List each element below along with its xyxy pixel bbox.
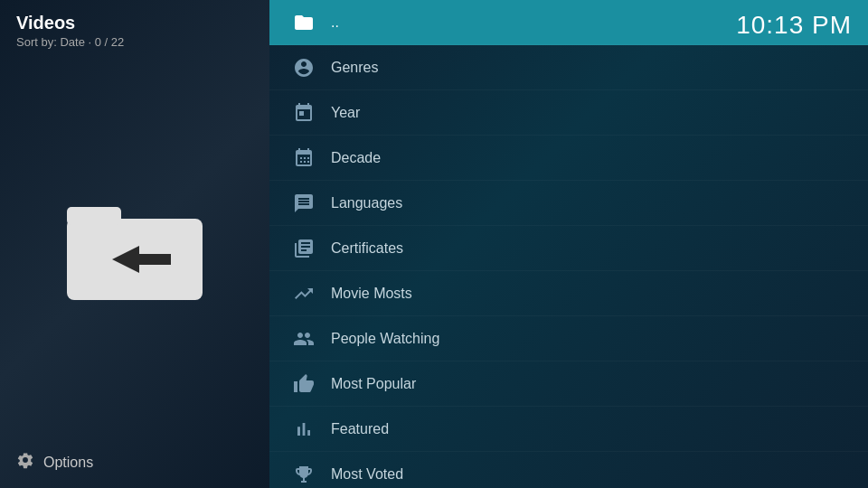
sort-info: Sort by: Date · 0 / 22 (16, 35, 253, 49)
svg-rect-1 (67, 207, 121, 225)
calendar-grid-icon (291, 145, 316, 171)
people-icon (291, 326, 316, 352)
menu-item-decade[interactable]: Decade (269, 136, 868, 181)
thumbs-icon (291, 371, 316, 397)
folder-icon-container (0, 54, 269, 436)
chart-bar-icon (291, 417, 316, 442)
trophy-icon (291, 462, 316, 487)
masks-icon (291, 55, 316, 80)
menu-item-label-genres: Genres (331, 60, 378, 76)
menu-item-label-year: Year (331, 105, 360, 121)
menu-item-label-decade: Decade (331, 150, 381, 166)
calendar-icon (291, 100, 316, 126)
menu-item-label-most-popular: Most Popular (331, 376, 416, 392)
bottom-options[interactable]: Options (0, 436, 269, 488)
menu-item-label-languages: Languages (331, 195, 402, 211)
chart-up-icon (291, 281, 316, 306)
menu-item-label-people-watching: People Watching (331, 331, 439, 347)
options-label: Options (43, 455, 93, 471)
settings-icon (16, 451, 34, 474)
menu-item-movie-mosts[interactable]: Movie Mosts (269, 271, 868, 316)
svg-rect-3 (139, 254, 171, 265)
menu-item-label-movie-mosts: Movie Mosts (331, 286, 412, 302)
left-panel: Videos Sort by: Date · 0 / 22 Options 10… (0, 0, 269, 488)
menu-item-most-popular[interactable]: Most Popular (269, 361, 868, 407)
clock: 10:13 PM (736, 11, 852, 40)
menu-item-people-watching[interactable]: People Watching (269, 316, 868, 361)
speech-bubble-icon (291, 191, 316, 216)
menu-item-genres[interactable]: Genres (269, 45, 868, 90)
folder-back-icon (62, 187, 207, 305)
left-header: Videos Sort by: Date · 0 / 22 (0, 0, 269, 54)
right-panel: ..GenresYearDecadeLanguagesCertificatesM… (269, 0, 868, 488)
menu-item-languages[interactable]: Languages (269, 181, 868, 226)
app-title: Videos (16, 13, 253, 33)
menu-item-label-featured: Featured (331, 421, 389, 437)
menu-item-most-voted[interactable]: Most Voted (269, 452, 868, 488)
menu-item-certificates[interactable]: Certificates (269, 226, 868, 271)
menu-item-label-certificates: Certificates (331, 240, 403, 257)
menu-item-year[interactable]: Year (269, 90, 868, 136)
back-folder-icon (291, 10, 316, 35)
menu-item-label-most-voted: Most Voted (331, 466, 403, 483)
menu-item-label-back: .. (331, 14, 339, 31)
menu-item-featured[interactable]: Featured (269, 407, 868, 452)
certificate-icon (291, 236, 316, 261)
